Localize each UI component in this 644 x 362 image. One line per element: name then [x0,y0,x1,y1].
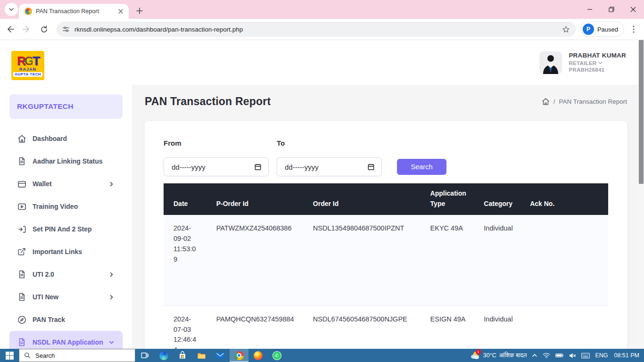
sidebar-item-set-pin[interactable]: Set PIN And 2 Step [9,218,123,240]
logo-line1: RAJAN [19,67,36,72]
taskbar-file-explorer[interactable] [192,349,211,362]
chrome-icon [235,351,244,360]
clock[interactable]: 08:51 PM [614,352,639,359]
wifi-icon[interactable] [543,352,550,359]
new-tab-button[interactable] [133,5,146,17]
col-ack-no: Ack No. [530,183,608,215]
taskbar-firefox[interactable] [248,349,267,362]
video-icon [17,202,26,211]
tab-search-icon[interactable] [5,3,18,16]
calendar-icon[interactable] [254,163,262,171]
cell-ack-no [530,215,608,305]
cell-application-type: ESIGN 49A [430,305,484,349]
weather-temp: 30°C [483,352,496,359]
touch-keyboard-icon[interactable] [581,353,590,359]
calendar-icon[interactable] [367,163,375,171]
chevron-right-icon [107,293,115,301]
home-icon[interactable] [542,98,550,106]
window-restore-button[interactable] [601,0,622,19]
sidebar-item-uti-20[interactable]: UTI 2.0 [9,263,123,286]
document-icon [17,337,26,347]
taskbar-whatsapp[interactable]: ✆ [267,349,286,362]
user-name: PRABHAT KUMAR [569,52,626,60]
taskbar-chrome[interactable] [230,349,248,362]
document-icon [17,292,26,302]
cell-date: 2024-09-02 11:53:09 [164,215,216,305]
sidebar-item-wallet[interactable]: Wallet [9,173,123,195]
site-settings-icon[interactable] [62,25,70,33]
window-minimize-button[interactable] [579,0,601,19]
filter-section: From To dd-----yyyy dd-----yyyy Search [145,139,627,176]
cell-category: Individual [484,305,530,349]
breadcrumb-current: PAN Transaction Report [559,98,627,105]
search-button[interactable]: Search [397,159,446,175]
wallet-icon [17,179,26,189]
task-view-button[interactable] [135,349,154,362]
browser-tab[interactable]: PAN Transaction Report [19,4,129,19]
weather-widget[interactable]: 1 30°C आंशिक बादल [470,351,527,360]
volume-muted-icon[interactable] [569,353,576,359]
browser-tab-bar: PAN Transaction Report [0,0,644,19]
sidebar-menu: Dashboard Aadhar Linking Status Wallet T… [0,127,132,349]
sidebar-item-important-links[interactable]: Important Links [9,240,123,263]
to-date-input[interactable]: dd-----yyyy [277,157,382,176]
company-logo[interactable]: RGT RAJAN GUPTA TECH [11,51,44,80]
start-button[interactable] [0,349,19,362]
forward-icon [20,22,34,36]
taskbar-store[interactable] [173,349,192,362]
logo-monogram: RGT [17,55,39,67]
reload-icon[interactable] [37,22,51,36]
report-card: From To dd-----yyyy dd-----yyyy Search [145,121,627,349]
document-icon [17,270,26,279]
file-explorer-icon [197,351,206,360]
logo-line2: GUPTA TECH [13,72,42,77]
table-row: 2024-07-03 12:46:44 PAMQHCQN6327459884 N… [164,305,608,349]
task-view-icon [140,351,149,360]
sidebar-item-aadhar-linking-status[interactable]: Aadhar Linking Status [9,150,123,173]
sidebar-item-nsdl-pan-application[interactable]: NSDL PAN Application [9,331,123,349]
tab-close-icon[interactable] [116,7,125,16]
taskbar-search-input[interactable]: Search [19,349,135,362]
site-favicon [25,8,32,15]
brand-badge: RKGUPTATECH [9,94,123,119]
user-menu[interactable]: PRABHAT KUMAR RETAILER PRABH26841 [539,51,626,74]
battery-icon[interactable] [555,353,563,358]
transactions-table: Date P-Order Id Order Id Application Typ… [164,183,608,349]
chevron-right-icon [107,271,115,278]
sidebar: RGT RAJAN GUPTA TECH RKGUPTATECH Dashboa… [0,40,132,349]
col-order-id: Order Id [313,183,430,215]
user-role[interactable]: RETAILER [569,60,626,66]
back-icon[interactable] [3,22,17,36]
cell-application-type: EKYC 49A [430,215,484,305]
brand-name: RKGUPTATECH [17,102,74,111]
browser-menu-icon[interactable] [628,24,639,35]
chevron-right-icon [107,180,115,188]
cell-order-id: NSDL67456054687500NJGPE [313,305,430,349]
from-date-input[interactable]: dd-----yyyy [164,157,269,176]
sidebar-item-pan-track[interactable]: PAN Track [9,308,123,331]
mail-icon [216,351,224,360]
col-p-order-id: P-Order Id [216,183,313,215]
taskbar-edge[interactable] [154,349,173,362]
sidebar-item-uti-new[interactable]: UTI New [9,286,123,308]
bookmark-star-icon[interactable] [562,25,570,33]
show-hidden-icons-chevron[interactable] [532,353,537,358]
window-close-button[interactable] [622,0,644,19]
taskbar-mail[interactable] [211,349,230,362]
sidebar-item-dashboard[interactable]: Dashboard [9,127,123,150]
windows-logo-icon [6,352,14,360]
page-scrollbar[interactable] [638,40,644,349]
language-indicator[interactable]: ENG [595,352,608,359]
sidebar-item-training-video[interactable]: Training Video [9,195,123,218]
transactions-table-container[interactable]: Date P-Order Id Order Id Application Typ… [164,183,608,349]
cell-p-order-id: PATWZMXZ4254068386 [216,215,313,305]
table-header-row: Date P-Order Id Order Id Application Typ… [164,183,608,215]
cell-ack-no [530,305,608,349]
col-application-type: Application Type [430,183,484,215]
system-tray: 1 30°C आंशिक बादल ENG 08:51 PM [470,349,644,362]
app-header: PRABHAT KUMAR RETAILER PRABH26841 [132,40,638,85]
url-bar[interactable]: rknsdl.onlinepsa.com/dashboard/pan-trans… [57,22,576,37]
scrollbar-thumb[interactable] [639,40,644,184]
main-area: PRABHAT KUMAR RETAILER PRABH26841 PAN Tr… [132,40,638,349]
profile-chip[interactable]: P Paused [580,22,624,37]
